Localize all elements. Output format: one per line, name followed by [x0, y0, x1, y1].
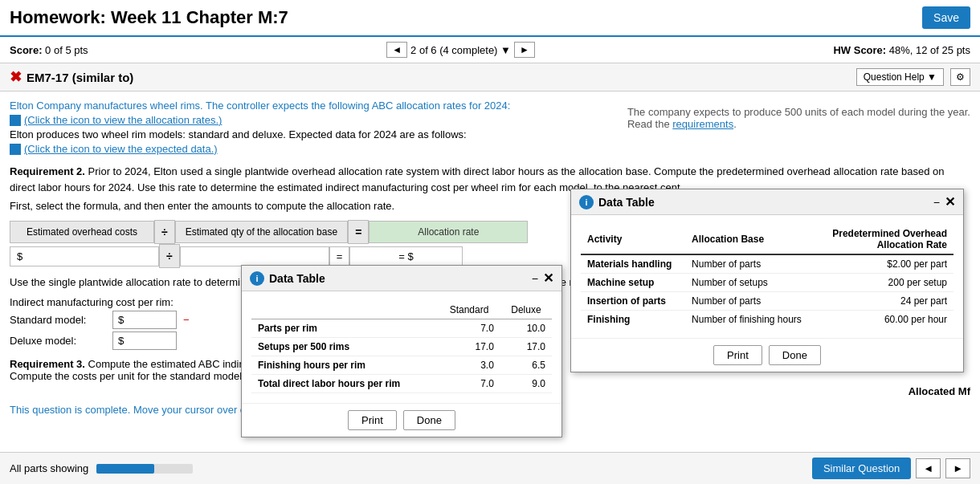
- question-id: ✖ EM7-17 (similar to): [10, 68, 133, 86]
- large-row-base: Number of parts: [685, 254, 817, 274]
- denominator-input[interactable]: [180, 246, 329, 266]
- page-title: Homework: Week 11 Chapter M:7: [10, 7, 288, 28]
- numerator-label: Estimated overhead costs: [10, 221, 154, 243]
- hw-score: HW Score: 48%, 12 of 25 pts: [833, 44, 970, 56]
- large-row-unit: per part: [914, 295, 947, 307]
- similar-question-button[interactable]: Similar Question: [812, 458, 911, 479]
- bottom-nav-prev[interactable]: ◄: [916, 458, 941, 478]
- small-row-standard: 3.0: [438, 356, 500, 375]
- numerator-field[interactable]: [17, 250, 152, 262]
- large-modal-header: i Data Table − ✕: [571, 189, 963, 215]
- intro-line2: Elton produces two wheel rim models: sta…: [10, 128, 619, 140]
- small-table-row: Total direct labor hours per rim 7.0 9.0: [251, 375, 552, 393]
- large-modal-title: i Data Table: [579, 195, 655, 209]
- large-data-table: Activity Allocation Base Predetermined O…: [581, 225, 953, 328]
- page-header: Homework: Week 11 Chapter M:7 Save: [0, 0, 980, 37]
- small-row-label: Parts per rim: [251, 319, 438, 338]
- small-modal-footer: Print Done: [242, 403, 561, 437]
- expected-data-link[interactable]: (Click the icon to view the expected dat…: [10, 143, 619, 155]
- small-modal-minimize[interactable]: −: [532, 272, 538, 285]
- small-row-deluxe: 9.0: [500, 375, 552, 393]
- small-data-table: Standard Deluxe Parts per rim 7.0 10.0 S…: [251, 301, 552, 393]
- small-modal-title: i Data Table: [250, 271, 325, 286]
- deluxe-label: Deluxe model:: [10, 335, 106, 347]
- large-table-row: Finishing Number of finishing hours 60.0…: [581, 311, 953, 329]
- equals-operator: =: [348, 220, 369, 244]
- large-row-activity: Materials handling: [581, 254, 685, 274]
- small-modal-body: Standard Deluxe Parts per rim 7.0 10.0 S…: [242, 291, 561, 403]
- large-row-unit: per hour: [911, 314, 947, 325]
- large-table-row: Materials handling Number of parts $2.00…: [581, 254, 953, 274]
- score-text: Score: 0 of 5 pts: [10, 44, 88, 56]
- small-modal-close[interactable]: ✕: [543, 270, 553, 286]
- large-modal-minimize[interactable]: −: [933, 196, 940, 209]
- small-row-deluxe: 17.0: [500, 338, 552, 356]
- all-parts-section: All parts showing: [10, 462, 193, 474]
- denominator-label: Estimated qty of the allocation base: [175, 221, 348, 243]
- progress-bar-container: [96, 464, 193, 474]
- large-modal-print[interactable]: Print: [713, 345, 762, 365]
- large-row-rate: $2.00 per part: [817, 254, 953, 274]
- intro-left: Elton Company manufactures wheel rims. T…: [10, 100, 627, 157]
- large-row-base: Number of setups: [685, 274, 817, 292]
- progress-text: 2 of 6 (4 complete) ▼: [410, 44, 511, 56]
- large-col-rate: Predetermined OverheadAllocation Rate: [817, 225, 953, 254]
- small-table-row: Finishing hours per rim 3.0 6.5: [251, 356, 552, 375]
- denominator-field[interactable]: [187, 250, 322, 262]
- question-controls: Question Help ▼ ⚙: [856, 68, 970, 86]
- standard-input[interactable]: [112, 311, 177, 329]
- score-left: Score: 0 of 5 pts: [10, 44, 88, 56]
- large-row-base: Number of parts: [685, 292, 817, 311]
- small-modal-print[interactable]: Print: [348, 410, 397, 430]
- numerator-input[interactable]: [10, 246, 159, 266]
- col-blank: [251, 301, 438, 319]
- small-row-standard: 7.0: [438, 375, 500, 393]
- small-table-row: Parts per rim 7.0 10.0: [251, 319, 552, 338]
- save-button[interactable]: Save: [922, 6, 970, 29]
- grid-icon-2: [10, 144, 21, 155]
- large-row-activity: Finishing: [581, 311, 685, 329]
- question-help-button[interactable]: Question Help ▼: [856, 68, 944, 86]
- small-modal-header: i Data Table − ✕: [242, 266, 561, 291]
- bottom-nav-next[interactable]: ►: [945, 458, 970, 478]
- large-modal-done[interactable]: Done: [769, 345, 821, 365]
- divide-operator: ÷: [154, 220, 175, 244]
- settings-button[interactable]: ⚙: [950, 68, 970, 86]
- bottom-right: Similar Question ◄ ►: [812, 458, 970, 479]
- large-table-row: Insertion of parts Number of parts 24 pe…: [581, 292, 953, 311]
- nav-prev-button[interactable]: ◄: [386, 42, 407, 58]
- large-row-activity: Insertion of parts: [581, 292, 685, 311]
- intro-section: Elton Company manufactures wheel rims. T…: [10, 100, 970, 157]
- small-table-row: Setups per 500 rims 17.0 17.0: [251, 338, 552, 356]
- col-standard: Standard: [438, 301, 500, 319]
- large-row-unit: per setup: [907, 277, 947, 288]
- large-row-rate: 60.00 per hour: [817, 311, 953, 329]
- info-icon-small: i: [250, 271, 264, 286]
- large-row-rate: 24 per part: [817, 292, 953, 311]
- nav-next-button[interactable]: ►: [514, 42, 535, 58]
- large-row-activity: Machine setup: [581, 274, 685, 292]
- progress-bar-fill: [96, 464, 154, 474]
- large-modal-close[interactable]: ✕: [945, 194, 955, 209]
- equals-2: =: [329, 246, 350, 266]
- large-modal-controls: − ✕: [933, 194, 955, 209]
- standard-label: Standard model:: [10, 314, 106, 326]
- deluxe-input[interactable]: [112, 331, 177, 350]
- small-modal-controls: − ✕: [532, 270, 553, 286]
- small-row-label: Total direct labor hours per rim: [251, 375, 438, 393]
- large-row-base: Number of finishing hours: [685, 311, 817, 329]
- bottom-bar: All parts showing Similar Question ◄ ►: [0, 452, 980, 484]
- small-row-standard: 7.0: [438, 319, 500, 338]
- result-label: Allocation rate: [369, 221, 528, 243]
- small-modal-done[interactable]: Done: [403, 410, 455, 430]
- small-row-standard: 17.0: [438, 338, 500, 356]
- small-row-deluxe: 10.0: [500, 319, 552, 338]
- small-row-deluxe: 6.5: [500, 356, 552, 375]
- large-row-rate: 200 per setup: [817, 274, 953, 292]
- allocation-rates-link[interactable]: (Click the icon to view the allocation r…: [10, 114, 619, 126]
- large-data-table-modal: i Data Table − ✕ Activity Allocation Bas…: [570, 189, 964, 372]
- small-data-table-modal: i Data Table − ✕ Standard Deluxe Part: [241, 265, 562, 437]
- nav-controls: ◄ 2 of 6 (4 complete) ▼ ►: [386, 42, 535, 58]
- large-modal-body: Activity Allocation Base Predetermined O…: [571, 215, 963, 338]
- error-icon: ✖: [10, 68, 22, 86]
